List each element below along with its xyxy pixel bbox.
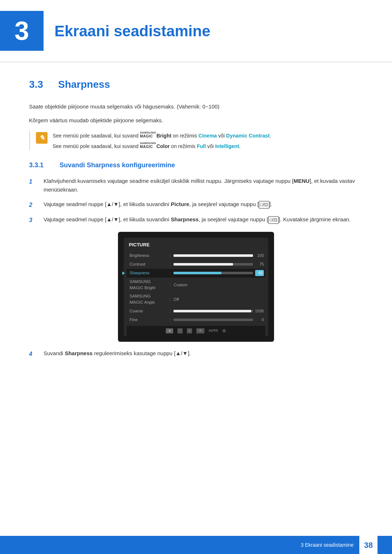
coarse-track [173, 310, 253, 312]
subsection-heading: 3.3.1 Suvandi Sharpness konfigureerimine [29, 160, 363, 170]
menu-bar-row: ◄ + ⊡ AUTO ⚙ [127, 326, 265, 336]
menu-item-sharpness: Sharpness : 60 [127, 269, 265, 278]
step-item-1: 1 Klahvijuhendi kuvamiseks vajutage sead… [29, 177, 363, 194]
dynamic-contrast-label: Dynamic Contrast [226, 133, 270, 139]
menu-item-magic-angle: SAMSUNGMAGIC Angle : Off [127, 292, 265, 307]
note-lines: See menüü pole saadaval, kui suvand SAMS… [53, 131, 271, 150]
menu-item-magic-bright: SAMSUNGMAGIC Bright : Custom [127, 278, 265, 292]
menu-header: PICTURE [127, 241, 265, 249]
chapter-header: 3 Ekraani seadistamine [0, 0, 392, 62]
full-label: Full [197, 143, 206, 149]
step-text-3: Vajutage seadmel nuppe [▲/▼], et liikuda… [44, 215, 363, 224]
step-text-1: Klahvijuhendi kuvamiseks vajutage seadme… [44, 177, 363, 194]
picture-label: Picture [171, 201, 189, 207]
footer-page-number: 38 [359, 536, 377, 554]
subsection-number: 3.3.1 [29, 160, 54, 170]
contrast-label: Contrast [130, 261, 170, 267]
chapter-number-box: 3 [0, 11, 44, 51]
bar-btn-sq-3: ⊡ [196, 328, 204, 333]
selected-arrow [122, 271, 125, 275]
menu-item-coarse: Coarse : 1936 [127, 307, 265, 316]
sharpness-bar: 60 [173, 270, 264, 276]
fine-value: 0 [255, 317, 264, 323]
chapter-number: 3 [15, 11, 29, 50]
brightness-bar: 100 [173, 253, 264, 259]
menu-key-label: MENU [294, 178, 310, 184]
magic-angle-value: Off [173, 296, 179, 303]
step-item-3: 3 Vajutage seadmel nuppe [▲/▼], et liiku… [29, 215, 363, 225]
intelligent-label: Intelligent [215, 143, 239, 149]
body-text-1: Saate objektide piirjoone muuta selgemak… [29, 102, 363, 111]
step-item-2: 2 Vajutage seadmel nuppe [▲/▼], et liiku… [29, 200, 363, 209]
cinema-label: Cinema [199, 133, 217, 139]
bar-btn-sq-1 [177, 328, 183, 333]
magic-bright-value: Custom [173, 282, 187, 288]
color-label: Color [156, 143, 170, 149]
brightness-value: 100 [255, 253, 264, 259]
subsection-title: Suvandi Sharpness konfigureerimine [60, 160, 175, 170]
sharpness-value: 60 [255, 270, 264, 276]
sharpness-label-step4: Sharpness [65, 350, 93, 356]
sharpness-track [173, 272, 253, 274]
menu-item-contrast: Contrast : 75 [127, 260, 265, 269]
contrast-value: 75 [255, 261, 264, 267]
note-box: ✎ See menüü pole saadaval, kui suvand SA… [29, 131, 363, 150]
note-icon-symbol: ✎ [39, 133, 45, 143]
step-text-2: Vajutage seadmel nuppe [▲/▼], et liikuda… [44, 200, 363, 209]
enter-btn-symbol-2: □/⊡ [259, 201, 269, 209]
page-footer: 3 Ekraani seadistamine 38 [0, 536, 392, 554]
bar-btn-back: ◄ [166, 328, 173, 333]
contrast-bar: 75 [173, 261, 264, 267]
contrast-track [173, 263, 253, 266]
note-line-2: See menüü pole saadaval, kui suvand SAMS… [53, 142, 271, 150]
coarse-label: Coarse [130, 308, 170, 314]
note-icon: ✎ [36, 132, 48, 144]
fine-bar: 0 [173, 317, 264, 323]
step-number-3: 3 [29, 215, 40, 225]
section-number: 3.3 [29, 77, 51, 92]
chapter-title: Ekraani seadistamine [54, 20, 211, 42]
monitor-screen: PICTURE Brightness : 100 [124, 238, 268, 336]
coarse-value: 1936 [255, 308, 264, 314]
bar-btn-settings: ⚙ [222, 328, 226, 334]
section-title: Sharpness [58, 77, 110, 92]
enter-btn-symbol-3: □/⊡ [268, 216, 279, 224]
magic-angle-label: SAMSUNGMAGIC Angle [130, 293, 170, 306]
step-number-4: 4 [29, 349, 40, 358]
brightness-label: Brightness [130, 253, 170, 259]
sharpness-menu-label: Sharpness [130, 270, 170, 276]
brand-magic-bright: SAMSUNGMAGIC [140, 131, 156, 138]
main-content: 3.3 Sharpness Saate objektide piirjoone … [0, 70, 392, 393]
bright-label: Bright [156, 133, 171, 139]
coarse-bar: 1936 [173, 308, 264, 314]
brightness-track [173, 254, 253, 257]
section-heading: 3.3 Sharpness [29, 77, 363, 92]
bar-btn-sq-2: + [187, 328, 192, 333]
menu-item-brightness: Brightness : 100 [127, 251, 265, 260]
step-number-1: 1 [29, 177, 40, 186]
magic-bright-label: SAMSUNGMAGIC Bright [130, 279, 170, 291]
page-wrapper: 3 Ekraani seadistamine 3.3 Sharpness Saa… [0, 0, 392, 554]
note-line-1: See menüü pole saadaval, kui suvand SAMS… [53, 131, 271, 140]
monitor-outer: PICTURE Brightness : 100 [118, 232, 274, 342]
step-item-4: 4 Suvandi Sharpness reguleerimiseks kasu… [29, 349, 363, 358]
fine-label: Fine [130, 317, 170, 323]
fine-track [173, 319, 253, 321]
step-number-2: 2 [29, 200, 40, 209]
menu-item-fine: Fine : 0 [127, 316, 265, 324]
body-text-2: Kõrgem väärtus muudab objektide piirjoon… [29, 116, 363, 125]
steps-list: 1 Klahvijuhendi kuvamiseks vajutage sead… [29, 177, 363, 225]
brand-magic-color: SAMSUNGMAGIC [140, 142, 156, 149]
step-text-4: Suvandi Sharpness reguleerimiseks kasuta… [44, 349, 363, 358]
monitor-screenshot: PICTURE Brightness : 100 [118, 232, 274, 342]
bar-btn-auto: AUTO [209, 328, 218, 333]
sharpness-label-step3: Sharpness [171, 216, 199, 222]
footer-chapter-label: 3 Ekraani seadistamine [301, 541, 354, 549]
